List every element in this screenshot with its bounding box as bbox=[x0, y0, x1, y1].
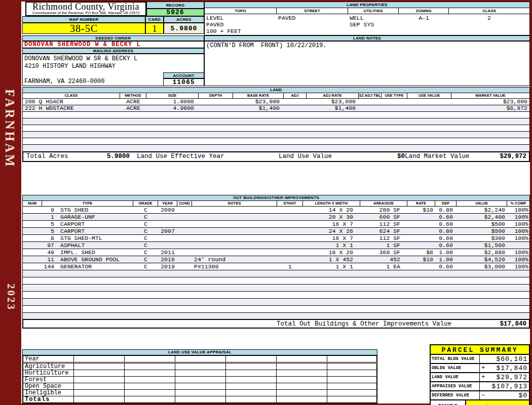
cell-notes bbox=[192, 221, 277, 227]
cell-use-type bbox=[382, 105, 407, 111]
row-label: Year bbox=[23, 356, 74, 363]
cell-length-width: 18 X 20 bbox=[303, 249, 360, 256]
cell-notes bbox=[192, 249, 277, 256]
cell-comp: 100% bbox=[507, 221, 529, 227]
cell-length-width: 20 X 30 bbox=[303, 214, 360, 220]
cell-comp: 100% bbox=[507, 263, 529, 270]
deeded-owner-label: DEEDED OWNER bbox=[22, 35, 204, 41]
cell-sthgt bbox=[277, 249, 303, 256]
cell-grade: C bbox=[133, 235, 158, 241]
cell-area-size: 624 SF bbox=[360, 228, 407, 234]
cell-dep: 0.80 bbox=[435, 207, 457, 213]
class-values: 2 bbox=[449, 14, 529, 35]
card-label: CARD bbox=[145, 16, 164, 23]
cell-sthgt bbox=[277, 256, 303, 263]
effective-year-label: Land Use Effective Year bbox=[137, 152, 224, 161]
zoning-values: A-1 bbox=[399, 14, 449, 35]
cell-notes bbox=[192, 214, 277, 220]
row-label: Forest bbox=[23, 377, 74, 383]
column-header: % COMP bbox=[507, 201, 529, 206]
cell-length-width: 24 X 26 bbox=[303, 228, 360, 234]
cell-comp bbox=[507, 242, 529, 249]
cell-dep: 0.60 bbox=[435, 263, 457, 270]
cell-rate bbox=[407, 263, 435, 270]
acres-label: ACRES bbox=[164, 16, 204, 23]
cell-num: 8 bbox=[23, 235, 54, 241]
cell-area-size: 452 bbox=[360, 256, 407, 263]
cell-comp: 100% bbox=[507, 249, 529, 256]
cell-size: 4.9800 bbox=[146, 105, 199, 111]
account-label: ACCOUNT bbox=[163, 72, 204, 78]
record-label: RECORD bbox=[146, 2, 204, 9]
summary-value: $17,840 bbox=[486, 364, 529, 372]
cell-type: GARAGE-UNF bbox=[54, 214, 133, 220]
cell-type: CARPORT bbox=[54, 221, 133, 227]
summary-row: LAND VALUE + $29,972 bbox=[431, 373, 529, 382]
parcel-summary-rows: TOTAL BLDG VALUE $60,101 OBLDG VALUE + $… bbox=[431, 355, 529, 400]
summary-row: OBLDG VALUE + $17,840 bbox=[431, 364, 529, 373]
cell-value: $2,240 bbox=[457, 207, 507, 213]
summary-value: $107,913 bbox=[486, 382, 529, 390]
cell-rate bbox=[407, 242, 435, 249]
column-header: STREET bbox=[277, 8, 348, 14]
cell-adj-rate: $23,000 bbox=[307, 99, 359, 105]
cell-class: 222 H WDSTACRE bbox=[23, 105, 120, 111]
cell-num: 97 bbox=[23, 242, 54, 249]
parcel-summary-title: PARCEL SUMMARY bbox=[431, 345, 529, 355]
cell-notes: P#11300 bbox=[192, 263, 277, 270]
mailing-address-line: 4210 HISTORY LAND HIGHWAY bbox=[24, 63, 204, 70]
cell-base-rate: $23,000 bbox=[233, 99, 284, 105]
cell-grade: C bbox=[133, 221, 158, 227]
county-title: Richmond County, Virginia bbox=[26, 3, 145, 11]
summary-label: OBLDG VALUE bbox=[431, 364, 480, 372]
county-header: Richmond County, Virginia Commissioner o… bbox=[25, 2, 146, 16]
summary-value: $60,101 bbox=[486, 355, 529, 363]
column-header: USE TYPE bbox=[382, 93, 407, 98]
table-row: Ineligible bbox=[23, 390, 377, 396]
land-table-headers: CLASS METHOD SIZE DEPTH BASE RATE ADJ AD… bbox=[23, 93, 529, 99]
cell-area-size: 280 SF bbox=[360, 207, 407, 213]
summary-row: APPRAISED VALUE $107,913 bbox=[431, 382, 529, 391]
cell-year bbox=[158, 214, 177, 220]
column-header: ADJ RATE bbox=[307, 93, 359, 98]
cell-length-width: 1 X 1 bbox=[303, 242, 360, 249]
cell-num: 144 bbox=[23, 263, 54, 270]
cell-num: 5 bbox=[23, 221, 54, 227]
table-row: Horticulture bbox=[23, 370, 377, 377]
cell-year bbox=[158, 235, 177, 241]
land-use-value: $0 bbox=[373, 152, 405, 161]
column-header: STHGT bbox=[277, 201, 303, 206]
cell-grade: C bbox=[133, 249, 158, 256]
column-header: MARKET VALUE bbox=[451, 93, 529, 98]
cell-comp: 100% bbox=[507, 256, 529, 263]
out-buildings-table: OUT BUILDINGS/OTHER IMPROVEMENTS NUM TYP… bbox=[22, 195, 530, 320]
cell-rate bbox=[407, 235, 435, 241]
cell-dep: 1.00 bbox=[435, 249, 457, 256]
cell-area-size: 1 EA bbox=[360, 263, 407, 270]
table-row: 206 Q HSACR ACRE 1.0000 $23,000 $23,000 … bbox=[23, 99, 529, 105]
cell-use-value bbox=[407, 105, 451, 111]
value-line: 100 + FEET bbox=[205, 28, 277, 34]
cell-year: 2011 bbox=[158, 249, 177, 256]
out-buildings-total-label: Total Out Buildings & Other Improvements… bbox=[277, 320, 451, 329]
cell-year: 2016 bbox=[158, 256, 177, 263]
column-header: DEP bbox=[435, 201, 457, 206]
cell-market-value: $6,972 bbox=[451, 105, 529, 111]
cell-notes bbox=[192, 242, 277, 249]
cell-area-size: 1 SF bbox=[360, 242, 407, 249]
cell-cond bbox=[177, 228, 192, 234]
land-market-value-label: Land Market Value bbox=[405, 152, 470, 161]
taxable-value-row: TAXABLE VALUE $107,913 bbox=[431, 400, 529, 405]
cell-sthgt bbox=[277, 214, 303, 220]
land-use-appraisal-title: LAND USE VALUE APPRAISAL bbox=[23, 350, 377, 355]
cell-year: 2007 bbox=[158, 228, 177, 234]
cell-type: IMPL. SHED bbox=[54, 249, 133, 256]
land-properties-title: LAND PROPERTIES bbox=[205, 2, 529, 8]
cell-num: 1 bbox=[23, 214, 54, 220]
land-use-appraisal-table: LAND USE VALUE APPRAISAL Year Agricultur… bbox=[22, 349, 377, 403]
column-header: DEPTH bbox=[199, 93, 233, 98]
cell-sz-adj-tbl bbox=[359, 99, 382, 105]
summary-operator: + bbox=[480, 364, 486, 372]
summary-row: DEFERRED VALUE – $0 bbox=[431, 391, 529, 400]
cell-base-rate: $1,400 bbox=[233, 105, 284, 111]
